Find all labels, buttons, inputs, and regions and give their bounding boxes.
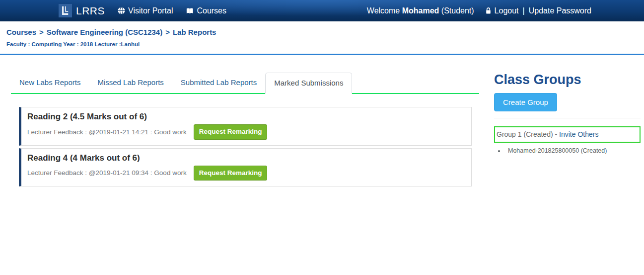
update-password-label: Update Password: [529, 6, 591, 15]
marked-submissions-list: Reading 2 (4.5 Marks out of 6) Lecturer …: [19, 107, 472, 186]
tab-new-labs-reports[interactable]: New Labs Reports: [11, 73, 89, 93]
main-panel: New Labs Reports Missed Lab Reports Subm…: [11, 73, 479, 189]
brand[interactable]: LRRS: [59, 4, 105, 17]
breadcrumb-separator: >: [39, 28, 44, 36]
breadcrumb-item-lab-reports: Lab Reports: [173, 28, 216, 36]
nav-courses[interactable]: Courses: [186, 6, 226, 15]
username: Mohamed: [402, 6, 439, 15]
breadcrumb-item-course[interactable]: Software Engineering (CSC1234): [47, 28, 162, 36]
top-navbar: LRRS Visitor Portal Courses Welcome Moha…: [0, 0, 644, 21]
brand-text: LRRS: [76, 5, 105, 17]
report-title: Reading 4 (4 Marks out of 6): [27, 153, 465, 163]
nav-courses-label: Courses: [197, 6, 226, 15]
welcome-prefix: Welcome: [367, 6, 400, 15]
welcome-text: Welcome Mohamed (Student): [367, 6, 474, 15]
nav-pipe-divider: |: [523, 6, 525, 15]
book-icon: [186, 7, 194, 14]
request-remarking-button[interactable]: Request Remarking: [194, 166, 268, 181]
lock-icon: [485, 7, 492, 14]
breadcrumb-separator: >: [165, 28, 170, 36]
user-role: (Student): [441, 6, 474, 15]
group-member-list: Mohamed-201825800050 (Created): [494, 147, 641, 154]
class-groups-title: Class Groups: [494, 73, 641, 88]
breadcrumb-item-courses[interactable]: Courses: [6, 28, 36, 36]
tab-bar: New Labs Reports Missed Lab Reports Subm…: [11, 73, 479, 94]
logout-link[interactable]: Logout: [485, 6, 519, 15]
sidebar-divider: [494, 118, 641, 118]
lrrs-logo-icon: [59, 4, 72, 17]
nav-visitor-portal[interactable]: Visitor Portal: [118, 6, 173, 15]
tab-submitted-lab-reports[interactable]: Submitted Lab Reports: [172, 73, 265, 93]
group-member: Mohamed-201825800050 (Created): [505, 147, 641, 154]
report-title: Reading 2 (4.5 Marks out of 6): [27, 112, 465, 122]
globe-icon: [118, 7, 125, 14]
course-meta: Faculty : Computing Year : 2018 Lecturer…: [6, 41, 638, 47]
update-password-link[interactable]: Update Password: [529, 6, 591, 15]
invite-others-link[interactable]: Invite Others: [559, 130, 598, 138]
report-card: Reading 2 (4.5 Marks out of 6) Lecturer …: [19, 107, 472, 146]
lecturer-feedback: Lecturer Feedback : @2019-01-21 14:21 : …: [27, 128, 187, 136]
breadcrumb-strip: Courses>Software Engineering (CSC1234)>L…: [0, 21, 644, 47]
tab-marked-submissions[interactable]: Marked Submissions: [265, 73, 352, 94]
create-group-button[interactable]: Create Group: [494, 93, 557, 111]
request-remarking-button[interactable]: Request Remarking: [194, 124, 268, 140]
group-label: Group 1 (Created) -: [497, 130, 559, 138]
report-card: Reading 4 (4 Marks out of 6) Lecturer Fe…: [19, 148, 472, 187]
group-item: Group 1 (Created) - Invite Others: [494, 126, 641, 143]
lecturer-feedback: Lecturer Feedback : @2019-01-21 09:34 : …: [27, 169, 187, 177]
class-groups-panel: Class Groups Create Group Group 1 (Creat…: [494, 73, 641, 154]
nav-visitor-portal-label: Visitor Portal: [128, 6, 173, 15]
tab-missed-lab-reports[interactable]: Missed Lab Reports: [89, 73, 172, 93]
breadcrumb: Courses>Software Engineering (CSC1234)>L…: [6, 28, 638, 36]
logout-label: Logout: [495, 6, 519, 15]
